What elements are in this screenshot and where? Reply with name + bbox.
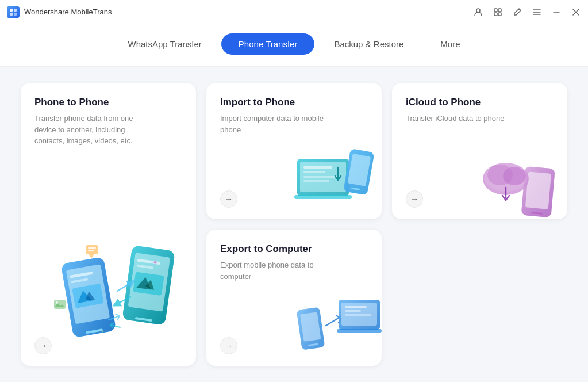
minimize-button[interactable] xyxy=(551,7,562,17)
edit-icon[interactable] xyxy=(512,7,522,17)
card-title-import: Import to Phone xyxy=(220,97,368,108)
svg-marker-24 xyxy=(89,254,94,258)
titlebar: Wondershare MobileTrans xyxy=(0,0,588,24)
svg-rect-45 xyxy=(525,171,551,209)
svg-text:✦: ✦ xyxy=(100,328,105,334)
app-title: Wondershare MobileTrans xyxy=(24,7,112,16)
svg-rect-38 xyxy=(294,195,352,199)
import-illustration xyxy=(294,144,375,213)
tab-phone[interactable]: Phone Transfer xyxy=(221,33,315,55)
icloud-illustration xyxy=(480,144,560,213)
svg-rect-5 xyxy=(494,9,497,12)
svg-rect-58 xyxy=(345,306,367,308)
card-desc-phone-to-phone: Transfer phone data from one device to a… xyxy=(34,113,138,147)
card-phone-to-phone[interactable]: Phone to Phone Transfer phone data from … xyxy=(21,83,196,366)
card-arrow-export[interactable]: → xyxy=(220,337,237,354)
card-title-phone-to-phone: Phone to Phone xyxy=(34,97,182,108)
card-desc-import: Import computer data to mobile phone xyxy=(220,113,324,135)
export-illustration xyxy=(294,291,375,360)
card-desc-export: Export mobile phone data to computer xyxy=(220,259,324,282)
svg-rect-27 xyxy=(54,300,66,309)
svg-rect-61 xyxy=(337,329,382,333)
svg-rect-0 xyxy=(10,9,13,12)
app-icon xyxy=(7,6,20,18)
card-arrow-phone-to-phone[interactable]: → xyxy=(34,337,52,354)
nav-tabs: WhatsApp Transfer Phone Transfer Backup … xyxy=(0,24,588,67)
svg-rect-26 xyxy=(88,250,94,251)
card-arrow-import[interactable]: → xyxy=(220,190,237,208)
phone-to-phone-illustration: ✦ ✦ xyxy=(51,236,166,340)
svg-point-4 xyxy=(476,9,480,12)
tab-whatsapp[interactable]: WhatsApp Transfer xyxy=(110,33,218,55)
titlebar-left: Wondershare MobileTrans xyxy=(7,6,112,18)
svg-rect-25 xyxy=(88,247,96,249)
svg-rect-6 xyxy=(498,9,501,12)
card-export-to-computer[interactable]: Export to Computer Export mobile phone d… xyxy=(206,230,382,366)
tab-more[interactable]: More xyxy=(423,33,477,55)
svg-rect-36 xyxy=(303,176,338,178)
card-import-to-phone[interactable]: Import to Phone Import computer data to … xyxy=(206,83,382,219)
svg-rect-1 xyxy=(14,9,17,12)
card-desc-icloud: Transfer iCloud data to phone xyxy=(406,113,509,124)
card-icloud-to-phone[interactable]: iCloud to Phone Transfer iCloud data to … xyxy=(392,83,567,219)
svg-rect-59 xyxy=(345,310,361,312)
profile-icon[interactable] xyxy=(473,7,483,17)
svg-rect-35 xyxy=(303,171,325,173)
window-icon[interactable] xyxy=(493,7,503,17)
titlebar-controls xyxy=(473,7,581,17)
menu-icon[interactable] xyxy=(532,7,542,17)
card-arrow-icloud[interactable]: → xyxy=(406,190,423,208)
svg-rect-8 xyxy=(498,13,501,16)
svg-rect-3 xyxy=(14,13,17,16)
svg-rect-7 xyxy=(494,13,497,16)
close-button[interactable] xyxy=(571,7,581,17)
svg-text:✦: ✦ xyxy=(152,258,159,267)
card-title-icloud: iCloud to Phone xyxy=(406,97,554,108)
svg-rect-37 xyxy=(303,180,329,182)
card-title-export: Export to Computer xyxy=(220,243,368,255)
svg-rect-34 xyxy=(303,166,332,169)
svg-rect-60 xyxy=(345,314,371,316)
tab-backup[interactable]: Backup & Restore xyxy=(317,33,421,55)
svg-rect-2 xyxy=(10,13,13,16)
content-grid: Phone to Phone Transfer phone data from … xyxy=(0,67,588,382)
